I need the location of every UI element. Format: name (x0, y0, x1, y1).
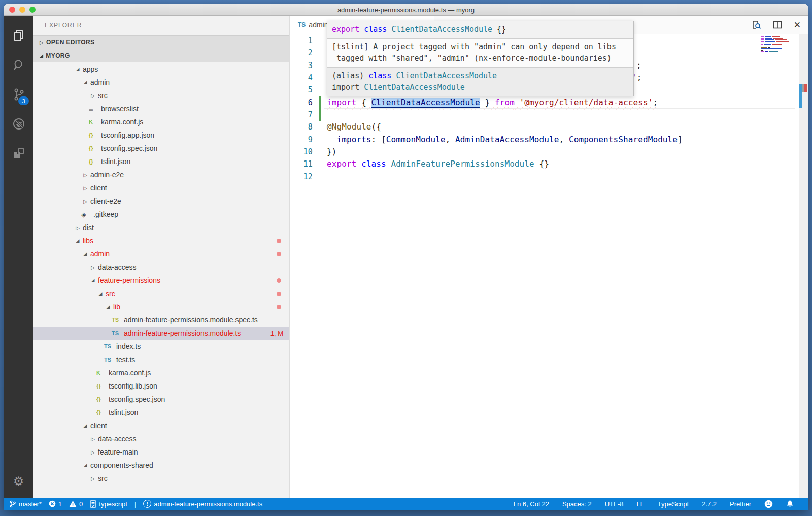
tree-item-lib[interactable]: ◢lib (33, 300, 289, 313)
tree-item-client[interactable]: ▷client (33, 181, 289, 195)
activity-extensions[interactable] (4, 139, 33, 168)
problem-dot-badge (277, 278, 281, 283)
code-line-11[interactable]: 11export class AdminFeaturePermissionsMo… (290, 158, 808, 170)
overview-ruler[interactable] (799, 34, 808, 498)
sidebar-title: EXPLORER (33, 16, 289, 35)
open-preview-icon[interactable] (751, 20, 761, 30)
tree-item-admin[interactable]: ◢admin (33, 76, 289, 89)
warning-icon (69, 500, 77, 507)
tree-item-browserslist[interactable]: ≡browserslist (33, 102, 289, 115)
tree-item-karma.conf.js[interactable]: Kkarma.conf.js (33, 366, 289, 379)
tree-item-data-access[interactable]: ▷data-access (33, 261, 289, 274)
status-problem-file[interactable]: !admin-feature-permissions.module.ts (143, 500, 262, 508)
code-token: @NgModule (327, 122, 371, 132)
explorer-sidebar: EXPLORER ▷ OPEN EDITORS ◢ MYORG ◢apps◢ad… (33, 16, 290, 498)
tree-item-components-shared[interactable]: ◢components-shared (33, 459, 289, 472)
tree-item-tsconfig.spec.json[interactable]: {}tsconfig.spec.json (33, 142, 289, 155)
code-token: export (327, 159, 356, 169)
code-token (386, 159, 391, 169)
tooltip-section: (alias) class ClientDataAccessModuleimpo… (327, 67, 633, 96)
close-window-button[interactable] (9, 7, 15, 13)
settings-gear-icon[interactable]: ⚙ (13, 474, 24, 489)
tree-item-label: client-e2e (90, 197, 121, 205)
tree-item-src[interactable]: ▷src (33, 89, 289, 102)
activity-explorer[interactable] (4, 21, 33, 50)
tree-item-src[interactable]: ▷src (33, 472, 289, 485)
status-encoding[interactable]: UTF-8 (605, 500, 624, 508)
tree-item-libs[interactable]: ◢libs (33, 234, 289, 247)
code-token: : [ (371, 135, 386, 144)
split-editor-icon[interactable] (772, 20, 783, 30)
code-line-9[interactable]: 9 imports: [CommonModule, AdminDataAcces… (290, 134, 808, 146)
activity-debug[interactable] (4, 109, 33, 139)
code-line-7[interactable]: 7 (290, 109, 808, 121)
activity-source-control[interactable]: 3 (4, 80, 33, 109)
tree-item-admin[interactable]: ◢admin (33, 247, 289, 261)
tree-item-label: karma.conf.js (101, 118, 143, 126)
tree-item-dist[interactable]: ▷dist (33, 221, 289, 234)
status-language-mode[interactable]: TypeScript (658, 500, 689, 508)
code-token: , (559, 135, 568, 144)
minimap[interactable] (761, 36, 796, 53)
line-number: 3 (290, 59, 313, 72)
tree-item-karma.conf.js[interactable]: Kkarma.conf.js (33, 115, 289, 128)
tree-item-label: admin-feature-permissions.module.ts (124, 329, 241, 337)
tree-item-.gitkeep[interactable]: ◈.gitkeep (33, 208, 289, 221)
code-line-8[interactable]: 8@NgModule({ (290, 121, 808, 133)
json-file-icon: {} (89, 158, 100, 165)
zoom-window-button[interactable] (29, 7, 36, 13)
error-icon (49, 500, 56, 507)
status-eol[interactable]: LF (637, 500, 645, 508)
status-bar: master*10typescript|!admin-feature-permi… (4, 498, 808, 510)
code-token: ClientDataAccessModule (396, 71, 497, 80)
minimize-window-button[interactable] (19, 7, 25, 13)
status-warning-count[interactable]: 0 (69, 500, 83, 508)
tree-item-tslint.json[interactable]: {}tslint.json (33, 155, 289, 168)
tree-item-client[interactable]: ◢client (33, 419, 289, 432)
tooltip-section: export class ClientDataAccessModule {} (327, 21, 633, 38)
extensions-icon (12, 147, 25, 160)
status-git-branch-status[interactable]: master* (9, 500, 42, 508)
activity-search[interactable] (4, 50, 33, 80)
status-feedback-smiley[interactable] (764, 500, 773, 508)
section-open-editors[interactable]: ▷ OPEN EDITORS (33, 35, 289, 49)
tree-item-apps[interactable]: ◢apps (33, 62, 289, 76)
chevron-right-icon: ▷ (40, 40, 44, 45)
tree-item-src[interactable]: ◢src (33, 287, 289, 300)
tree-item-test.ts[interactable]: TStest.ts (33, 353, 289, 366)
status-prettier[interactable]: Prettier (730, 500, 751, 508)
json-file-icon: {} (96, 383, 108, 389)
status-ts-version[interactable]: 2.7.2 (702, 500, 717, 508)
chevron-right-icon: ▷ (89, 93, 97, 99)
code-line-10[interactable]: 10}) (290, 146, 808, 158)
status-separator: | (134, 500, 136, 508)
title-bar[interactable]: admin-feature-permissions.module.ts — my… (4, 4, 808, 16)
tree-item-admin-e2e[interactable]: ▷admin-e2e (33, 168, 289, 181)
tree-item-tsconfig.app.json[interactable]: {}tsconfig.app.json (33, 128, 289, 142)
tree-item-label: apps (83, 65, 98, 73)
tree-item-tsconfig.spec.json[interactable]: {}tsconfig.spec.json (33, 393, 289, 406)
status-error-count[interactable]: 1 (49, 500, 62, 508)
tree-item-admin-feature-permissions.module.ts[interactable]: TSadmin-feature-permissions.module.ts1, … (33, 327, 289, 340)
code-line-12[interactable]: 12 (290, 171, 808, 183)
status-cursor-position[interactable]: Ln 6, Col 22 (514, 500, 549, 508)
status-notifications-bell[interactable] (786, 500, 794, 508)
status-tslint-status[interactable]: typescript (90, 500, 127, 508)
tree-item-tslint.json[interactable]: {}tslint.json (33, 406, 289, 419)
tree-item-feature-permissions[interactable]: ◢feature-permissions (33, 274, 289, 287)
tree-item-index.ts[interactable]: TSindex.ts (33, 340, 289, 353)
tree-item-data-access[interactable]: ▷data-access (33, 432, 289, 445)
tree-item-feature-main[interactable]: ▷feature-main (33, 445, 289, 459)
close-editor-icon[interactable]: ✕ (794, 20, 801, 30)
section-myorg[interactable]: ◢ MYORG (33, 49, 289, 62)
status-label: Spaces: 2 (562, 500, 592, 508)
tree-item-client-e2e[interactable]: ▷client-e2e (33, 195, 289, 208)
status-indentation[interactable]: Spaces: 2 (562, 500, 592, 508)
code-editor[interactable]: 123456import { ClientDataAccessModule } … (290, 34, 808, 498)
tooltip-section: [tslint] A project tagged with "admin" c… (327, 38, 633, 67)
chevron-right-icon: ▷ (81, 172, 89, 178)
tree-item-admin-feature-permissions.module.spec.ts[interactable]: TSadmin-feature-permissions.module.spec.… (33, 313, 289, 327)
code-line-6[interactable]: 6import { ClientDataAccessModule } from … (290, 96, 808, 109)
tree-item-label: tsconfig.spec.json (109, 395, 165, 403)
tree-item-tsconfig.lib.json[interactable]: {}tsconfig.lib.json (33, 379, 289, 393)
